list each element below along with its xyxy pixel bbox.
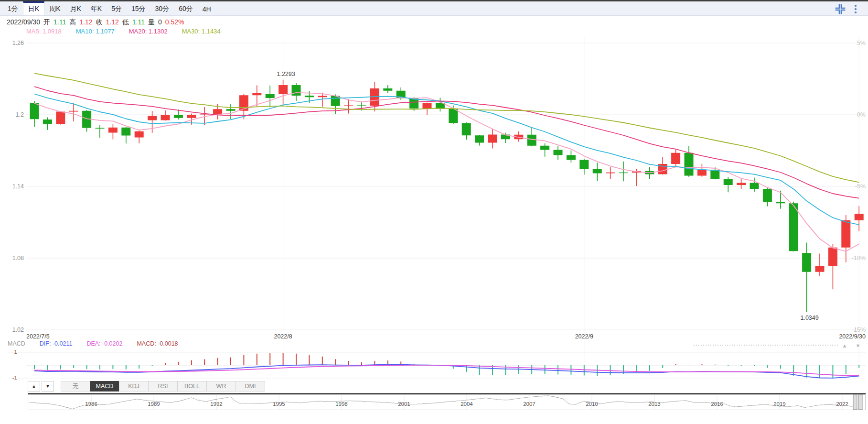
- macd-hist-bar: [662, 365, 663, 368]
- macd-hist-bar: [557, 365, 558, 374]
- candle: [567, 155, 576, 160]
- macd-hist-bar: [86, 365, 87, 369]
- candle: [527, 135, 536, 146]
- macd-hist-bar: [47, 365, 48, 370]
- macd-hist-bar: [296, 354, 297, 365]
- macd-hist-bar: [178, 362, 179, 365]
- candle: [161, 115, 170, 120]
- macd-hist-bar: [570, 365, 571, 375]
- macd-hist-bar: [806, 365, 807, 378]
- indicator-pane-up-button[interactable]: ▲: [28, 381, 40, 391]
- candle: [763, 189, 772, 202]
- macd-hist-bar: [348, 361, 349, 365]
- candle: [685, 153, 694, 176]
- candle: [69, 111, 78, 112]
- candle: [593, 169, 602, 174]
- indicator-tab-BOLL[interactable]: BOLL: [177, 381, 207, 391]
- y-axis-right-label: 0%: [857, 111, 866, 118]
- macd-hist-bar: [126, 365, 127, 370]
- navigator-year-label: 2007: [523, 401, 536, 407]
- candle: [540, 146, 549, 150]
- macd-info-part-2: DEA: -0.0202: [86, 340, 122, 347]
- macd-y-label: -1: [12, 375, 17, 381]
- macd-hist-bar: [191, 360, 192, 365]
- indicator-tab-MACD[interactable]: MACD: [90, 381, 119, 391]
- candle: [292, 85, 301, 96]
- candle: [252, 93, 261, 95]
- candle: [121, 128, 130, 136]
- macd-hist-bar: [479, 365, 480, 375]
- macd-hist-bar: [243, 355, 244, 365]
- navigator-handle[interactable]: [853, 395, 857, 410]
- candle: [750, 183, 759, 189]
- macd-hist-bar: [701, 364, 702, 365]
- candle: [200, 115, 209, 115]
- candle: [43, 120, 52, 124]
- candle: [357, 106, 366, 106]
- ma-line-MA10: [34, 94, 859, 225]
- candle: [776, 202, 785, 204]
- candle: [579, 160, 589, 170]
- macd-hist-bar: [34, 365, 35, 369]
- indicator-tab-KDJ[interactable]: KDJ: [119, 381, 149, 391]
- candle: [108, 128, 118, 133]
- macd-hist-bar: [269, 353, 270, 365]
- y-axis-right-label: 5%: [857, 40, 866, 46]
- macd-hist-bar: [780, 365, 781, 369]
- macd-info-part-0: MACD: [8, 340, 25, 347]
- candle: [855, 214, 864, 220]
- candle: [56, 112, 65, 124]
- navigator-year-label: 2004: [461, 401, 473, 407]
- candle: [187, 115, 196, 118]
- x-axis-label: 2022/8: [274, 333, 292, 340]
- y-axis-right-label: -15%: [852, 326, 866, 333]
- main-chart-svg: 1.265%1.20%1.14-5%1.08-10%1.02-15%2022/7…: [0, 0, 868, 424]
- macd-hist-bar: [649, 365, 650, 371]
- macd-hist-bar: [257, 354, 257, 365]
- macd-hist-bar: [728, 365, 729, 366]
- candle: [462, 123, 471, 136]
- y-axis-left-label: 1.02: [12, 326, 24, 333]
- macd-hist-bar: [466, 365, 467, 372]
- axis-arrow-up[interactable]: ▲: [842, 343, 847, 348]
- macd-hist-bar: [73, 365, 74, 368]
- candle: [135, 131, 144, 138]
- candle: [619, 173, 628, 173]
- indicator-tab-RSI[interactable]: RSI: [148, 381, 178, 391]
- macd-hist-bar: [204, 359, 205, 365]
- candle: [802, 253, 811, 272]
- macd-hist-bar: [610, 365, 611, 375]
- candle: [724, 179, 733, 185]
- price-annotation: 1.2293: [277, 71, 295, 77]
- indicator-tab-DMI[interactable]: DMI: [236, 381, 265, 391]
- candle: [671, 153, 680, 164]
- macd-hist-bar: [335, 359, 336, 365]
- x-axis-label: 2022/9/30: [839, 333, 866, 340]
- candle: [96, 128, 105, 129]
- y-axis-left-label: 1.08: [12, 255, 24, 261]
- macd-hist-bar: [819, 365, 820, 378]
- candle: [828, 248, 837, 266]
- navigator-handle[interactable]: [858, 395, 862, 410]
- indicator-tab-无[interactable]: 无: [61, 381, 90, 391]
- navigator-year-label: 1986: [85, 401, 97, 407]
- macd-info-part-1: DIF: -0.0211: [40, 340, 73, 347]
- macd-hist-bar: [283, 353, 284, 365]
- macd-hist-bar: [152, 365, 153, 366]
- macd-hist-bar: [361, 362, 362, 365]
- ma-line-MA30: [34, 73, 859, 182]
- candle: [344, 106, 353, 106]
- macd-hist-bar: [675, 364, 676, 365]
- candle: [475, 135, 484, 142]
- macd-hist-bar: [217, 358, 218, 365]
- navigator-top-border: [28, 393, 866, 394]
- candle: [266, 94, 275, 98]
- y-axis-left-label: 1.26: [12, 40, 24, 46]
- macd-hist-bar: [322, 357, 323, 365]
- candle: [554, 150, 563, 155]
- axis-arrow-down[interactable]: ▼: [856, 343, 861, 348]
- macd-hist-bar: [846, 365, 847, 374]
- y-axis-right-label: -5%: [855, 183, 866, 190]
- indicator-tab-WR[interactable]: WR: [206, 381, 236, 391]
- indicator-pane-down-button[interactable]: ▼: [42, 381, 54, 391]
